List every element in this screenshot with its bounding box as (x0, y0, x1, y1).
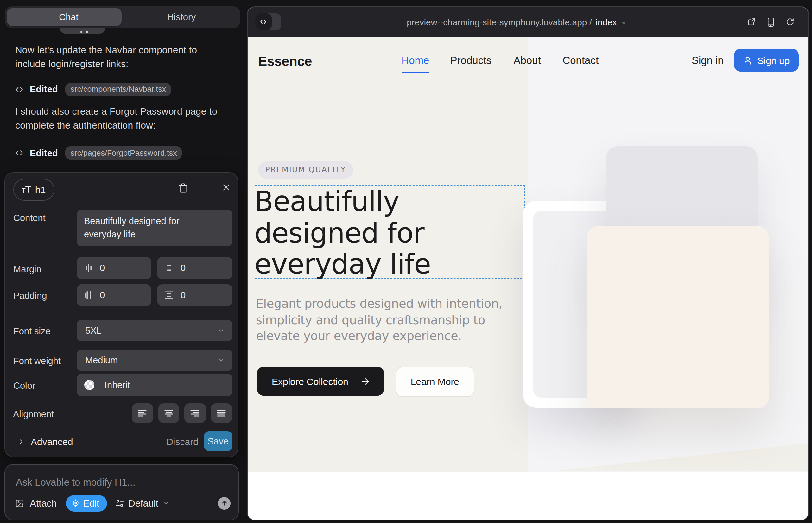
code-view-toggle[interactable] (255, 13, 281, 30)
margin-x-input[interactable]: 0 (76, 257, 152, 279)
nav-home[interactable]: Home (401, 54, 429, 67)
alignment-field-label: Alignment (13, 409, 54, 419)
element-inspector-panel: h1 Content Beautifully designed for ever… (4, 172, 238, 457)
padding-y-value: 0 (180, 290, 186, 300)
discard-label: Discard (166, 436, 198, 447)
padding-y-icon (165, 291, 174, 300)
trash-icon (178, 183, 188, 193)
font-weight-value: Medium (85, 355, 217, 365)
sign-up-label: Sign up (758, 55, 790, 66)
preview-url[interactable]: preview--charming-site-symphony.lovable.… (247, 7, 797, 37)
font-weight-field-label: Font weight (13, 356, 61, 366)
preview-panel: preview--charming-site-symphony.lovable.… (247, 6, 809, 520)
locate-icon (71, 499, 80, 507)
nav-products[interactable]: Products (450, 54, 492, 67)
code-icon (260, 18, 267, 25)
font-size-select[interactable]: 5XL (76, 320, 232, 341)
discard-button[interactable]: Discard (163, 435, 201, 448)
preview-actions (747, 7, 794, 37)
element-tag-pill[interactable]: h1 (13, 178, 54, 200)
color-swatch (84, 380, 94, 390)
send-button[interactable] (218, 497, 231, 509)
font-size-value: 5XL (85, 325, 217, 336)
lovable-editor-app: Chat History Now let's update the Navbar… (0, 0, 812, 523)
type-icon (21, 185, 31, 194)
external-link-icon (747, 18, 755, 26)
sidebar-tabbar: Chat History (5, 6, 240, 28)
align-right-icon (190, 409, 200, 418)
sliders-icon (115, 499, 124, 507)
margin-x-icon (84, 264, 93, 273)
learn-more-label: Learn More (411, 376, 459, 387)
delete-element-button[interactable] (174, 179, 192, 197)
nav-contact[interactable]: Contact (562, 54, 599, 67)
chevron-down-icon (217, 327, 225, 334)
chevron-right-icon (17, 438, 24, 445)
sign-in-link[interactable]: Sign in (692, 54, 724, 67)
edited-file-path: src/pages/ForgotPassword.tsx (71, 148, 177, 157)
edited-file-row[interactable]: Edited src/components/Navbar.tsx (15, 82, 171, 96)
edited-file-pill[interactable]: src/components/Navbar.tsx (66, 83, 171, 96)
align-center-icon (164, 409, 174, 418)
save-label: Save (208, 436, 228, 446)
align-right-button[interactable] (184, 403, 206, 423)
color-select[interactable]: Inherit (76, 374, 232, 396)
nav-active-underline (401, 71, 429, 72)
code-icon (15, 149, 23, 157)
nav-about[interactable]: About (513, 54, 541, 67)
edited-file-path: src/components/Navbar.tsx (71, 85, 166, 94)
sign-up-button[interactable]: Sign up (734, 49, 799, 72)
hero-badge-label: PREMIUM QUALITY (265, 166, 346, 175)
chat-message: Now let's update the Navbar component to… (15, 43, 232, 71)
align-justify-button[interactable] (211, 403, 232, 423)
mode-selector[interactable]: Default (115, 498, 170, 508)
composer-placeholder[interactable]: Ask Lovable to modify H1... (16, 477, 135, 488)
close-icon (222, 183, 231, 192)
tab-chat[interactable]: Chat (10, 6, 127, 28)
hero-heading[interactable]: Beautifully designed for everyday life (254, 185, 431, 279)
mobile-view-button[interactable] (767, 17, 774, 27)
advanced-toggle[interactable]: Advanced (17, 435, 73, 448)
code-toggle-active (255, 13, 271, 30)
edit-chip-label: Edit (83, 498, 99, 508)
open-external-button[interactable] (747, 18, 755, 26)
element-tag-name: h1 (35, 184, 46, 195)
edited-file-pill[interactable]: src/pages/ForgotPassword.tsx (66, 146, 182, 160)
color-value: Inherit (105, 380, 225, 390)
clipped-badge-dot (86, 31, 88, 33)
tab-chat-label: Chat (59, 12, 78, 22)
preview-topbar: preview--charming-site-symphony.lovable.… (247, 7, 808, 37)
close-panel-button[interactable] (217, 178, 235, 196)
explore-collection-button[interactable]: Explore Collection (257, 366, 384, 396)
edited-file-row[interactable]: Edited src/pages/ForgotPassword.tsx (15, 146, 182, 160)
user-icon (743, 55, 753, 65)
image-plus-icon (15, 499, 24, 507)
align-left-button[interactable] (132, 403, 153, 423)
site-preview: Essence Home Products About Contact Sign… (247, 37, 808, 520)
margin-x-value: 0 (100, 263, 105, 273)
font-weight-select[interactable]: Medium (76, 349, 232, 371)
padding-y-input[interactable]: 0 (157, 284, 232, 306)
code-icon (15, 85, 23, 93)
chat-composer[interactable]: Ask Lovable to modify H1... Attach Edit … (4, 464, 239, 520)
preview-url-page: index (596, 17, 617, 27)
advanced-label: Advanced (31, 436, 73, 447)
padding-x-input[interactable]: 0 (76, 284, 152, 306)
align-center-button[interactable] (158, 403, 179, 423)
learn-more-button[interactable]: Learn More (395, 366, 474, 397)
margin-y-value: 0 (180, 263, 186, 273)
chevron-down-icon (217, 357, 225, 364)
edit-mode-chip[interactable]: Edit (66, 495, 107, 511)
align-justify-icon (217, 409, 226, 418)
margin-y-input[interactable]: 0 (157, 257, 232, 279)
tab-history[interactable]: History (123, 6, 240, 28)
refresh-button[interactable] (786, 18, 794, 26)
chevron-down-icon (163, 500, 170, 507)
preview-url-prefix: preview--charming-site-symphony.lovable.… (407, 17, 592, 27)
hero-badge: PREMIUM QUALITY (258, 161, 354, 178)
content-textarea[interactable]: Beautifully designed for everyday life (76, 209, 232, 246)
save-button[interactable]: Save (204, 431, 232, 451)
attach-button[interactable]: Attach (15, 498, 57, 508)
site-brand[interactable]: Essence (258, 54, 312, 70)
edited-label: Edited (30, 84, 58, 94)
